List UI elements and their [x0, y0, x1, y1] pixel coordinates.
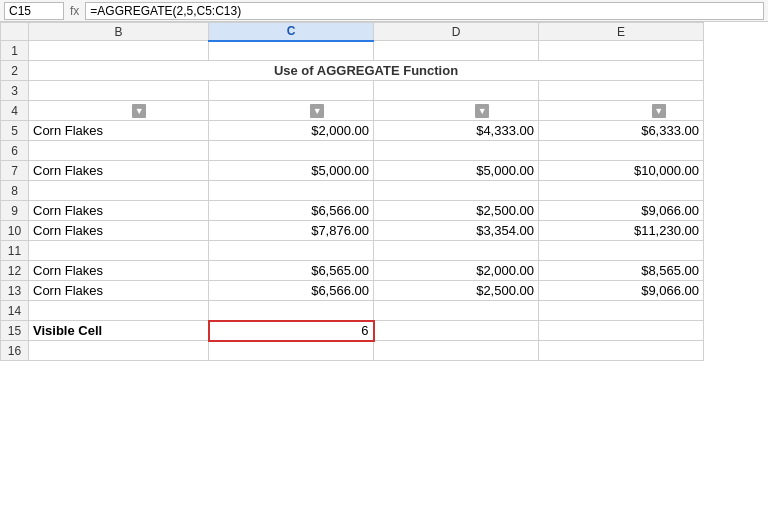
cell-item-5[interactable]: Corn Flakes — [29, 121, 209, 141]
col-header-d[interactable]: D — [374, 23, 539, 41]
cell-total-12[interactable]: $8,565.00 — [539, 261, 704, 281]
row-header-10[interactable]: 10 — [1, 221, 29, 241]
cell-e3[interactable] — [539, 81, 704, 101]
visible-cell-label[interactable]: Visible Cell — [29, 321, 209, 341]
header-sales2[interactable]: Sales 2 ▼ — [374, 101, 539, 121]
row-4-table-header: 4 Items ▼ Sales 1 ▼ Sales 2 ▼ Total Sal — [1, 101, 704, 121]
cell-d14[interactable] — [374, 301, 539, 321]
header-total-sales[interactable]: Total Sales ▼ — [539, 101, 704, 121]
row-11-empty: 11 — [1, 241, 704, 261]
cell-e14[interactable] — [539, 301, 704, 321]
cell-item-9[interactable]: Corn Flakes — [29, 201, 209, 221]
cell-c14[interactable] — [209, 301, 374, 321]
header-items-label: Items — [91, 103, 125, 118]
cell-sales2-13[interactable]: $2,500.00 — [374, 281, 539, 301]
cell-item-7[interactable]: Corn Flakes — [29, 161, 209, 181]
title-cell[interactable]: Use of AGGREGATE Function — [29, 61, 704, 81]
row-header-12[interactable]: 12 — [1, 261, 29, 281]
formula-input[interactable] — [85, 2, 764, 20]
cell-total-10[interactable]: $11,230.00 — [539, 221, 704, 241]
cell-sales1-7[interactable]: $5,000.00 — [209, 161, 374, 181]
row-header-16[interactable]: 16 — [1, 341, 29, 361]
cell-e6[interactable] — [539, 141, 704, 161]
table-row: 9 Corn Flakes $6,566.00 $2,500.00 $9,066… — [1, 201, 704, 221]
cell-d11[interactable] — [374, 241, 539, 261]
filter-btn-sales1[interactable]: ▼ — [310, 104, 324, 118]
row-header-13[interactable]: 13 — [1, 281, 29, 301]
spreadsheet-table: B C D E 1 2 Use of AGGREGA — [0, 22, 704, 361]
header-sales1[interactable]: Sales 1 ▼ — [209, 101, 374, 121]
cell-c16[interactable] — [209, 341, 374, 361]
cell-c8[interactable] — [209, 181, 374, 201]
filter-btn-sales2[interactable]: ▼ — [475, 104, 489, 118]
cell-e16[interactable] — [539, 341, 704, 361]
name-box[interactable]: C15 — [4, 2, 64, 20]
cell-sales2-12[interactable]: $2,000.00 — [374, 261, 539, 281]
cell-item-12[interactable]: Corn Flakes — [29, 261, 209, 281]
row-header-1[interactable]: 1 — [1, 41, 29, 61]
header-sales2-label: Sales 2 — [423, 103, 468, 118]
row-header-7[interactable]: 7 — [1, 161, 29, 181]
filter-btn-total[interactable]: ▼ — [652, 104, 666, 118]
cell-sales1-12[interactable]: $6,565.00 — [209, 261, 374, 281]
row-3: 3 — [1, 81, 704, 101]
cell-sales1-10[interactable]: $7,876.00 — [209, 221, 374, 241]
cell-b6[interactable] — [29, 141, 209, 161]
table-row: 13 Corn Flakes $6,566.00 $2,500.00 $9,06… — [1, 281, 704, 301]
cell-item-13[interactable]: Corn Flakes — [29, 281, 209, 301]
cell-sales2-9[interactable]: $2,500.00 — [374, 201, 539, 221]
cell-c1[interactable] — [209, 41, 374, 61]
function-icon: fx — [70, 4, 79, 18]
row-header-2[interactable]: 2 — [1, 61, 29, 81]
cell-e1[interactable] — [539, 41, 704, 61]
row-header-15[interactable]: 15 — [1, 321, 29, 341]
formula-bar-area: C15 fx — [0, 0, 768, 22]
cell-c3[interactable] — [209, 81, 374, 101]
cell-d3[interactable] — [374, 81, 539, 101]
cell-e15[interactable] — [539, 321, 704, 341]
row-header-14[interactable]: 14 — [1, 301, 29, 321]
cell-b3[interactable] — [29, 81, 209, 101]
col-header-c[interactable]: C — [209, 23, 374, 41]
cell-item-10[interactable]: Corn Flakes — [29, 221, 209, 241]
cell-b14[interactable] — [29, 301, 209, 321]
cell-sales2-5[interactable]: $4,333.00 — [374, 121, 539, 141]
row-header-4[interactable]: 4 — [1, 101, 29, 121]
grid-area: B C D E 1 2 Use of AGGREGA — [0, 22, 768, 524]
cell-sales2-10[interactable]: $3,354.00 — [374, 221, 539, 241]
col-header-e[interactable]: E — [539, 23, 704, 41]
header-items[interactable]: Items ▼ — [29, 101, 209, 121]
row-header-5[interactable]: 5 — [1, 121, 29, 141]
header-sales1-label: Sales 1 — [258, 103, 303, 118]
cell-c11[interactable] — [209, 241, 374, 261]
spreadsheet: C15 fx B C D E — [0, 0, 768, 524]
cell-sales1-13[interactable]: $6,566.00 — [209, 281, 374, 301]
cell-b8[interactable] — [29, 181, 209, 201]
cell-b1[interactable] — [29, 41, 209, 61]
visible-cell-value[interactable]: 6 — [209, 321, 374, 341]
cell-total-13[interactable]: $9,066.00 — [539, 281, 704, 301]
row-header-11[interactable]: 11 — [1, 241, 29, 261]
cell-sales2-7[interactable]: $5,000.00 — [374, 161, 539, 181]
cell-b16[interactable] — [29, 341, 209, 361]
row-header-3[interactable]: 3 — [1, 81, 29, 101]
cell-total-9[interactable]: $9,066.00 — [539, 201, 704, 221]
cell-e11[interactable] — [539, 241, 704, 261]
cell-sales1-9[interactable]: $6,566.00 — [209, 201, 374, 221]
cell-d15[interactable] — [374, 321, 539, 341]
cell-total-5[interactable]: $6,333.00 — [539, 121, 704, 141]
cell-c6[interactable] — [209, 141, 374, 161]
col-header-b[interactable]: B — [29, 23, 209, 41]
cell-d16[interactable] — [374, 341, 539, 361]
cell-b11[interactable] — [29, 241, 209, 261]
cell-d8[interactable] — [374, 181, 539, 201]
row-header-9[interactable]: 9 — [1, 201, 29, 221]
cell-d1[interactable] — [374, 41, 539, 61]
cell-d6[interactable] — [374, 141, 539, 161]
filter-btn-items[interactable]: ▼ — [132, 104, 146, 118]
cell-sales1-5[interactable]: $2,000.00 — [209, 121, 374, 141]
cell-total-7[interactable]: $10,000.00 — [539, 161, 704, 181]
cell-e8[interactable] — [539, 181, 704, 201]
row-header-8[interactable]: 8 — [1, 181, 29, 201]
row-header-6[interactable]: 6 — [1, 141, 29, 161]
